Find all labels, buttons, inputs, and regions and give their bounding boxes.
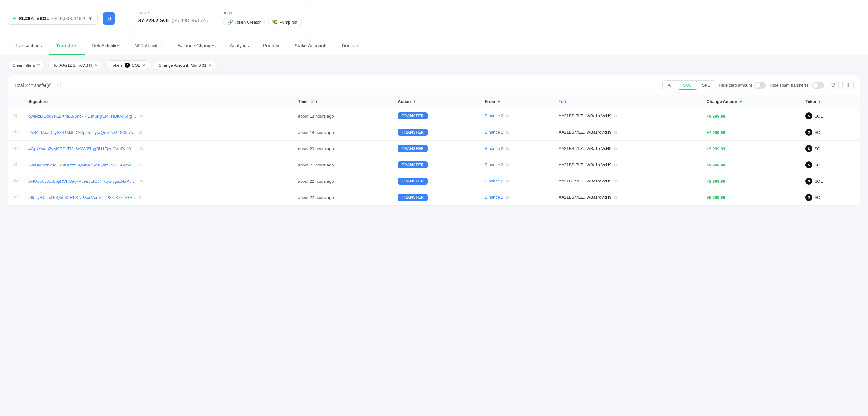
to-copy-icon[interactable]: ⧉	[614, 130, 617, 135]
to-address: AA21BSr7LZ...WBa1rcVxH9	[559, 130, 612, 135]
hide-spam-toggle[interactable]	[812, 82, 824, 89]
hide-zero-toggle-row: Hide zero amount	[719, 82, 766, 89]
to-copy-icon[interactable]: ⧉	[614, 195, 617, 200]
stake-value: 37,228.2 SOL ($6,498,553.74)	[138, 18, 208, 24]
from-copy-icon[interactable]: ⧉	[506, 162, 508, 167]
clear-filters-label: Clear Filters	[12, 63, 35, 68]
to-copy-icon[interactable]: ⧉	[614, 162, 617, 167]
tab-stake-accounts[interactable]: Stake Accounts	[287, 37, 335, 55]
signature-cell: 2hSALfAxZDsyS84TMJhDACgz5TLyjwQmZ7JG4Nf3…	[23, 124, 293, 141]
tab-balance-changes[interactable]: Balance Changes	[170, 37, 222, 55]
token-cell: S SOL	[800, 189, 860, 206]
hide-spam-label: Hide spam transfer(s)	[770, 83, 810, 88]
action-cell: TRANSFER	[393, 189, 480, 206]
wallet-icon: ≡	[12, 15, 16, 22]
signature-link[interactable]: 5waJMSrthVJdiLxJfURzm5QNfWZ6c1uyazZYjGFe…	[28, 163, 136, 167]
pump-fun-tag[interactable]: 🌿 Pump.fun	[268, 18, 302, 26]
to-copy-icon[interactable]: ⧉	[614, 179, 617, 183]
table-controls: Total 22 transfer(s) ⓘ All SOL SPL Hide …	[8, 75, 860, 95]
sol-token-btn[interactable]: SOL	[678, 80, 697, 90]
spl-token-btn[interactable]: SPL	[697, 80, 715, 90]
table-row: 👁 5waJMSrthVJdiLxJfURzm5QNfWZ6c1uyazZYjG…	[8, 157, 860, 173]
change-amount: +9,999.99	[707, 114, 725, 118]
time-value: about 22 hours ago	[298, 179, 334, 184]
eye-icon[interactable]: 👁	[13, 195, 18, 200]
sol-icon: S	[125, 63, 130, 68]
change-cell: +9,999.99	[701, 157, 800, 173]
signature-link[interactable]: 565cyBJLzoGoQ5thDtRPKNPXxsVcnMzTP8ksKzx2…	[28, 195, 136, 200]
tab-portfolio[interactable]: Portfolio	[256, 37, 287, 55]
signature-link[interactable]: qwtNzBiDodYkEBX4aX9SncxRiEsh6rxjr1MFHDKV…	[28, 114, 137, 118]
eye-icon[interactable]: 👁	[13, 178, 18, 184]
signature-link[interactable]: 4GpxYwebZyMSEPzTMb6cYW2TqgRU1FpwQVhFvzWN…	[28, 146, 137, 151]
eye-icon[interactable]: 👁	[13, 113, 18, 118]
token-filter-chip[interactable]: Token: S SOL ✕	[106, 60, 150, 70]
tab-transfers[interactable]: Transfers	[49, 37, 85, 55]
clear-filters-chip[interactable]: Clear Filters ✕	[8, 61, 45, 70]
token-creator-tag[interactable]: 🔗 Token Creator	[223, 18, 265, 26]
eye-icon[interactable]: 👁	[13, 129, 18, 135]
copy-icon[interactable]: ⧉	[140, 146, 143, 151]
tab-nft-activities[interactable]: NFT Activities	[127, 37, 170, 55]
table-row: 👁 2hSALfAxZDsyS84TMJhDACgz5TLyjwQmZ7JG4N…	[8, 124, 860, 141]
to-copy-icon[interactable]: ⧉	[614, 146, 617, 151]
download-btn[interactable]: ⬇	[842, 80, 854, 91]
copy-icon[interactable]: ⧉	[139, 162, 142, 167]
signature-cell: 4GpxYwebZyMSEPzTMb6cYW2TqgRU1FpwQVhFvzWN…	[23, 141, 293, 157]
from-link[interactable]: Binance 2	[485, 162, 503, 167]
copy-icon[interactable]: ⧉	[140, 179, 143, 183]
copy-icon[interactable]: ⧉	[139, 130, 142, 135]
change-amount: +9,999.99	[707, 195, 725, 200]
tab-defi-activities[interactable]: Defi Activities	[85, 37, 127, 55]
from-copy-icon[interactable]: ⧉	[506, 113, 508, 118]
to-address: AA21BSr7LZ...WBa1rcVxH9	[559, 195, 612, 200]
copy-icon[interactable]: ⧉	[138, 195, 142, 200]
from-copy-icon[interactable]: ⧉	[506, 179, 508, 183]
info-icon[interactable]: ⓘ	[57, 82, 61, 88]
from-cell: Binance 2 ⧉	[480, 173, 554, 189]
token-value: SOL	[132, 63, 140, 68]
eye-cell: 👁	[8, 189, 23, 206]
time-cell: about 20 hours ago	[293, 141, 393, 157]
clear-filters-x[interactable]: ✕	[37, 63, 40, 68]
to-filter-chip[interactable]: To: AA21BS...rcVxH9 ✕	[48, 61, 103, 70]
token-creator-label: Token Creator	[235, 20, 261, 25]
signature-link[interactable]: 2hSALfAxZDsyS84TMJhDACgz5TLyjwQmZ7JG4Nf3…	[28, 130, 136, 135]
wallet-selector[interactable]: ≡ 91.26K mSOL ~$19,538,046.2 ▼	[8, 12, 97, 25]
tab-transactions[interactable]: Transactions	[8, 37, 49, 55]
eye-icon[interactable]: 👁	[13, 162, 18, 167]
copy-icon[interactable]: ⧉	[140, 113, 143, 118]
sol-ball-icon: S	[805, 161, 812, 168]
tab-analytics[interactable]: Analytics	[223, 37, 256, 55]
signature-link[interactable]: 6vtUooUyJoxLppRVHUagkP5eeJEtG6YRqnxLgszN…	[28, 179, 137, 184]
hide-zero-toggle[interactable]	[754, 82, 766, 89]
tags-label: Tags	[223, 10, 302, 15]
from-link[interactable]: Binance 2	[485, 179, 503, 183]
from-link[interactable]: Binance 2	[485, 195, 503, 200]
change-amount-x[interactable]: ✕	[209, 63, 212, 68]
eye-icon[interactable]: 👁	[13, 146, 18, 151]
to-cell: AA21BSr7LZ...WBa1rcVxH9 ⧉	[554, 173, 702, 189]
from-link[interactable]: Binance 2	[485, 130, 503, 135]
stake-row: Stake 37,228.2 SOL ($6,498,553.74)	[138, 10, 208, 26]
to-cell: AA21BSr7LZ...WBa1rcVxH9 ⧉	[554, 108, 702, 124]
tab-domains[interactable]: Domains	[335, 37, 368, 55]
from-copy-icon[interactable]: ⧉	[506, 146, 508, 151]
to-filter-label: To: AA21BS...rcVxH9	[53, 63, 92, 68]
all-token-btn[interactable]: All	[663, 80, 677, 90]
change-amount-filter-chip[interactable]: Change Amount: Min 0.01 ✕	[154, 61, 217, 70]
to-filter-x[interactable]: ✕	[94, 63, 98, 68]
to-copy-icon[interactable]: ⧉	[614, 113, 617, 118]
filter-btn[interactable]: ▽	[828, 80, 839, 91]
from-copy-icon[interactable]: ⧉	[506, 195, 508, 200]
from-copy-icon[interactable]: ⧉	[506, 130, 508, 135]
change-cell: +9,999.99	[701, 141, 800, 157]
token-filter-x[interactable]: ✕	[142, 63, 146, 68]
from-cell: Binance 2 ⧉	[480, 189, 554, 206]
wallet-icon-btn[interactable]: ⊞	[103, 12, 115, 25]
eye-cell: 👁	[8, 157, 23, 173]
from-link[interactable]: Binance 2	[485, 146, 503, 151]
main-content: Total 22 transfer(s) ⓘ All SOL SPL Hide …	[0, 75, 868, 206]
token-label: SOL	[814, 163, 823, 167]
from-link[interactable]: Binance 2	[485, 113, 503, 118]
